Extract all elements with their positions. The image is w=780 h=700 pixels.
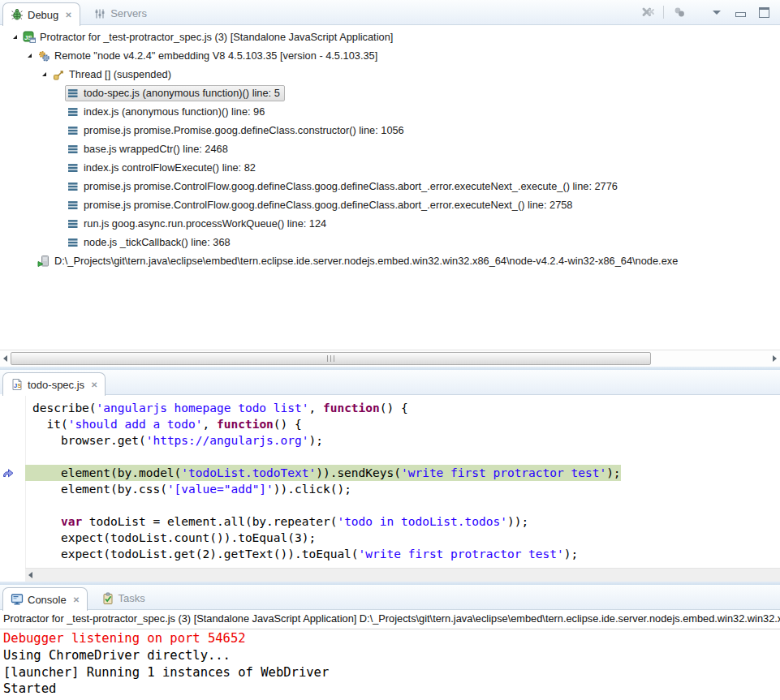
code-token: expect(todoList.get(2).getText()).toEqua… bbox=[32, 548, 359, 560]
remote-vm-icon bbox=[37, 49, 50, 62]
stack-frame-icon bbox=[67, 236, 80, 249]
code-token: ); bbox=[308, 434, 322, 447]
instruction-pointer-icon bbox=[2, 466, 15, 479]
code-token: describe( bbox=[32, 402, 97, 414]
tab-console[interactable]: Console ✕ bbox=[2, 587, 88, 611]
scroll-left-arrow-icon[interactable] bbox=[28, 572, 32, 578]
debug-horizontal-scrollbar[interactable] bbox=[0, 350, 780, 367]
tree-node-label: node.js _tickCallback() line: 368 bbox=[84, 236, 231, 248]
debug-tree-node[interactable]: index.js controlFlowExecute() line: 82 bbox=[0, 158, 780, 177]
debug-tree-node[interactable]: D:\_Projects\git\tern.java\eclipse\embed… bbox=[0, 251, 780, 270]
editor-horizontal-scrollbar[interactable] bbox=[25, 568, 780, 582]
tree-node-label: promise.js promise.ControlFlow.goog.defi… bbox=[84, 199, 572, 211]
code-token: () { bbox=[274, 418, 302, 431]
tab-tasks-label: Tasks bbox=[119, 592, 145, 604]
debug-tree-node[interactable]: JSProtractor for _test-protractor_spec.j… bbox=[0, 28, 780, 46]
expand-arrow-icon[interactable] bbox=[37, 72, 50, 76]
debug-toolbar bbox=[640, 0, 772, 24]
expand-arrow-icon[interactable] bbox=[8, 35, 21, 39]
code-editor[interactable]: describe('angularjs homepage todo list',… bbox=[25, 394, 780, 569]
code-line-current[interactable]: element(by.model('todoList.todoText')).s… bbox=[32, 465, 780, 481]
js-app-icon: JS bbox=[23, 31, 36, 44]
expand-arrow-icon[interactable] bbox=[23, 54, 36, 58]
debug-tree-node[interactable]: Remote "node v4.2.4" embedding V8 4.5.10… bbox=[0, 46, 780, 65]
close-icon[interactable]: ✕ bbox=[91, 380, 97, 389]
code-token: )).click(); bbox=[274, 483, 351, 496]
code-line[interactable]: element(by.css('[value="add"]')).click()… bbox=[32, 481, 780, 497]
code-token: ); bbox=[564, 548, 578, 560]
debug-tree-node[interactable]: base.js wrappedCtr() line: 2468 bbox=[0, 140, 780, 158]
console-line-stdout: Started bbox=[3, 681, 780, 698]
debug-launch-tree: JSProtractor for _test-protractor_spec.j… bbox=[0, 25, 780, 350]
tab-tasks[interactable]: Tasks bbox=[94, 587, 153, 609]
code-token: )); bbox=[507, 515, 528, 528]
code-line[interactable]: describe('angularjs homepage todo list',… bbox=[32, 400, 780, 416]
tree-node-label: todo-spec.js (anonymous function)() line… bbox=[84, 87, 280, 99]
debug-tree-node[interactable]: run.js goog.async.run.processWorkQueue()… bbox=[0, 214, 780, 233]
stack-frame-icon bbox=[67, 87, 80, 100]
toolbar-separator bbox=[663, 6, 664, 19]
tab-servers[interactable]: Servers bbox=[86, 2, 154, 24]
code-token: )).sendKeys( bbox=[316, 466, 401, 479]
tab-todo-spec-js[interactable]: JS todo-spec.js ✕ bbox=[2, 372, 106, 396]
console-line-stdout: Using ChromeDriver directly... bbox=[3, 647, 780, 664]
scroll-right-arrow-icon[interactable] bbox=[773, 355, 777, 362]
string-token: 'angularjs homepage todo list' bbox=[97, 402, 309, 414]
tree-node-label: index.js (anonymous function)() line: 96 bbox=[84, 105, 265, 118]
maximize-icon[interactable] bbox=[756, 4, 772, 20]
console-icon bbox=[11, 593, 24, 606]
code-line[interactable] bbox=[32, 497, 780, 513]
code-line[interactable]: expect(todoList.get(2).getText()).toEqua… bbox=[32, 546, 780, 562]
console-output[interactable]: Debugger listening on port 54652Using Ch… bbox=[0, 629, 780, 700]
tab-servers-label: Servers bbox=[110, 7, 147, 19]
svg-text:S: S bbox=[17, 382, 21, 389]
code-token: it( bbox=[32, 418, 68, 431]
editor-annotation-ruler[interactable] bbox=[0, 394, 26, 582]
view-menu-icon[interactable] bbox=[709, 4, 725, 20]
stack-frame-icon bbox=[67, 105, 80, 118]
code-token: todoList = element.all(by.repeater( bbox=[82, 515, 337, 528]
tab-debug-label: Debug bbox=[28, 9, 58, 21]
code-line[interactable]: it('should add a todo', function() { bbox=[32, 416, 780, 432]
debug-tree-node[interactable]: promise.js promise.ControlFlow.goog.defi… bbox=[0, 177, 780, 195]
code-line[interactable]: browser.get('https://angularjs.org'); bbox=[32, 432, 780, 449]
code-token: ); bbox=[606, 466, 620, 479]
debug-tree-node[interactable]: promise.js promise.ControlFlow.goog.defi… bbox=[0, 195, 780, 214]
scrollbar-thumb[interactable] bbox=[11, 352, 651, 365]
remove-all-terminated-icon[interactable] bbox=[640, 4, 656, 20]
debug-tree-node[interactable]: promise.js promise.Promise.goog.defineCl… bbox=[0, 121, 780, 140]
tab-debug[interactable]: Debug ✕ bbox=[2, 2, 80, 26]
console-tabbar: Console ✕ Tasks bbox=[0, 585, 780, 610]
console-line-stderr: Debugger listening on port 54652 bbox=[3, 630, 780, 647]
string-token: 'todoList.todoText' bbox=[181, 466, 316, 479]
process-icon bbox=[37, 255, 50, 268]
string-token: 'https://angularjs.org' bbox=[146, 434, 309, 447]
code-token: element(by.css( bbox=[32, 483, 167, 496]
debug-tree-node[interactable]: node.js _tickCallback() line: 368 bbox=[0, 233, 780, 251]
code-line[interactable]: expect(todoList.count()).toEqual(3); bbox=[32, 530, 780, 546]
close-icon[interactable]: ✕ bbox=[73, 595, 80, 604]
tree-node-label: D:\_Projects\git\tern.java\eclipse\embed… bbox=[54, 255, 678, 267]
tree-node-label: index.js controlFlowExecute() line: 82 bbox=[84, 161, 256, 174]
code-token: , bbox=[203, 418, 217, 431]
debug-tree-node-selected[interactable]: todo-spec.js (anonymous function)() line… bbox=[0, 84, 780, 102]
editor-tab-label: todo-spec.js bbox=[28, 379, 84, 391]
js-file-icon: JS bbox=[11, 378, 24, 391]
scroll-left-arrow-icon[interactable] bbox=[3, 355, 7, 362]
stack-frame-icon bbox=[67, 124, 80, 137]
servers-icon bbox=[93, 7, 106, 20]
stack-frame-icon bbox=[67, 143, 80, 156]
minimize-icon[interactable] bbox=[732, 4, 748, 20]
stack-frame-icon bbox=[67, 199, 80, 212]
bug-icon bbox=[11, 8, 24, 21]
close-icon[interactable]: ✕ bbox=[65, 11, 71, 19]
keyword-token: function bbox=[323, 402, 380, 414]
code-token: browser.get( bbox=[32, 434, 146, 447]
tree-node-label: promise.js promise.ControlFlow.goog.defi… bbox=[84, 180, 618, 192]
code-line[interactable] bbox=[32, 449, 780, 465]
keyword-token: var bbox=[61, 515, 82, 528]
debug-options-icon[interactable] bbox=[671, 4, 687, 20]
debug-tree-node[interactable]: Thread [] (suspended) bbox=[0, 65, 780, 84]
code-line[interactable]: var todoList = element.all(by.repeater('… bbox=[32, 513, 780, 530]
debug-tree-node[interactable]: index.js (anonymous function)() line: 96 bbox=[0, 102, 780, 121]
